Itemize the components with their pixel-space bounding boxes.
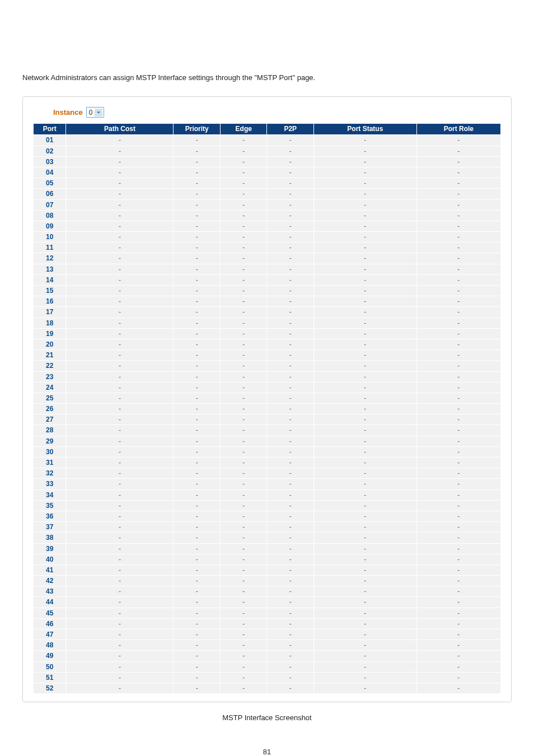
cell-port-role: - [416, 522, 500, 533]
cell-port-status: - [313, 597, 416, 608]
port-link[interactable]: 14 [34, 274, 66, 285]
cell-p2p: - [267, 371, 314, 382]
port-link[interactable]: 38 [34, 533, 66, 543]
port-link[interactable]: 08 [34, 210, 66, 221]
cell-p2p: - [267, 468, 314, 479]
port-link[interactable]: 45 [34, 608, 66, 618]
port-link[interactable]: 39 [34, 543, 66, 554]
mstp-table: Port Path Cost Priority Edge P2P Port St… [33, 123, 501, 694]
port-link[interactable]: 01 [34, 135, 66, 146]
cell-edge: - [220, 651, 267, 661]
port-link[interactable]: 42 [34, 576, 66, 586]
port-link[interactable]: 25 [34, 393, 66, 403]
cell-p2p: - [267, 350, 314, 361]
port-link[interactable]: 35 [34, 500, 66, 511]
cell-path-cost: - [66, 350, 174, 361]
port-link[interactable]: 51 [34, 672, 66, 683]
cell-edge: - [220, 199, 267, 210]
cell-port-status: - [313, 651, 416, 661]
cell-port-role: - [416, 135, 500, 146]
cell-port-status: - [313, 446, 416, 457]
port-link[interactable]: 24 [34, 382, 66, 393]
cell-path-cost: - [66, 586, 174, 597]
port-link[interactable]: 40 [34, 554, 66, 564]
cell-port-role: - [416, 500, 500, 511]
port-link[interactable]: 50 [34, 661, 66, 672]
col-edge: Edge [220, 124, 267, 135]
cell-port-status: - [313, 361, 416, 371]
cell-port-status: - [313, 178, 416, 189]
port-link[interactable]: 02 [34, 146, 66, 156]
cell-edge: - [220, 382, 267, 393]
port-link[interactable]: 16 [34, 296, 66, 307]
port-link[interactable]: 30 [34, 446, 66, 457]
cell-p2p: - [267, 361, 314, 371]
instance-select[interactable]: 0 [86, 107, 105, 118]
cell-p2p: - [267, 199, 314, 210]
cell-path-cost: - [66, 446, 174, 457]
port-link[interactable]: 07 [34, 199, 66, 210]
port-link[interactable]: 15 [34, 286, 66, 296]
cell-edge: - [220, 683, 267, 693]
port-link[interactable]: 19 [34, 328, 66, 339]
port-link[interactable]: 11 [34, 242, 66, 253]
port-link[interactable]: 46 [34, 618, 66, 629]
cell-port-role: - [416, 586, 500, 597]
port-link[interactable]: 34 [34, 489, 66, 500]
cell-path-cost: - [66, 146, 174, 156]
cell-edge: - [220, 446, 267, 457]
port-link[interactable]: 48 [34, 640, 66, 651]
cell-priority: - [174, 597, 221, 608]
port-link[interactable]: 03 [34, 156, 66, 167]
port-link[interactable]: 09 [34, 221, 66, 231]
port-link[interactable]: 20 [34, 339, 66, 349]
table-row: 37------ [34, 522, 501, 533]
table-row: 12------ [34, 253, 501, 264]
port-link[interactable]: 52 [34, 683, 66, 693]
port-link[interactable]: 43 [34, 586, 66, 597]
port-link[interactable]: 21 [34, 350, 66, 361]
port-link[interactable]: 12 [34, 253, 66, 264]
port-link[interactable]: 31 [34, 458, 66, 468]
col-p2p: P2P [267, 124, 314, 135]
cell-p2p: - [267, 178, 314, 189]
port-link[interactable]: 41 [34, 564, 66, 575]
port-link[interactable]: 26 [34, 404, 66, 414]
table-row: 31------ [34, 458, 501, 468]
port-link[interactable]: 28 [34, 425, 66, 436]
cell-p2p: - [267, 296, 314, 307]
cell-port-role: - [416, 167, 500, 178]
cell-port-role: - [416, 629, 500, 640]
cell-priority: - [174, 253, 221, 264]
port-link[interactable]: 17 [34, 307, 66, 318]
port-link[interactable]: 49 [34, 651, 66, 661]
table-header-row: Port Path Cost Priority Edge P2P Port St… [34, 124, 501, 135]
port-link[interactable]: 47 [34, 629, 66, 640]
port-link[interactable]: 04 [34, 167, 66, 178]
table-row: 34------ [34, 489, 501, 500]
port-link[interactable]: 22 [34, 361, 66, 371]
cell-edge: - [220, 489, 267, 500]
port-link[interactable]: 10 [34, 232, 66, 242]
port-link[interactable]: 37 [34, 522, 66, 533]
port-link[interactable]: 33 [34, 479, 66, 489]
cell-path-cost: - [66, 318, 174, 328]
cell-priority: - [174, 307, 221, 318]
port-link[interactable]: 36 [34, 511, 66, 521]
cell-path-cost: - [66, 393, 174, 403]
cell-edge: - [220, 597, 267, 608]
port-link[interactable]: 32 [34, 468, 66, 479]
table-row: 47------ [34, 629, 501, 640]
port-link[interactable]: 27 [34, 414, 66, 425]
port-link[interactable]: 18 [34, 318, 66, 328]
port-link[interactable]: 13 [34, 264, 66, 274]
port-link[interactable]: 23 [34, 371, 66, 382]
cell-p2p: - [267, 543, 314, 554]
table-row: 23------ [34, 371, 501, 382]
port-link[interactable]: 05 [34, 178, 66, 189]
port-link[interactable]: 29 [34, 436, 66, 446]
port-link[interactable]: 06 [34, 189, 66, 199]
port-link[interactable]: 44 [34, 597, 66, 608]
table-row: 50------ [34, 661, 501, 672]
cell-p2p: - [267, 382, 314, 393]
